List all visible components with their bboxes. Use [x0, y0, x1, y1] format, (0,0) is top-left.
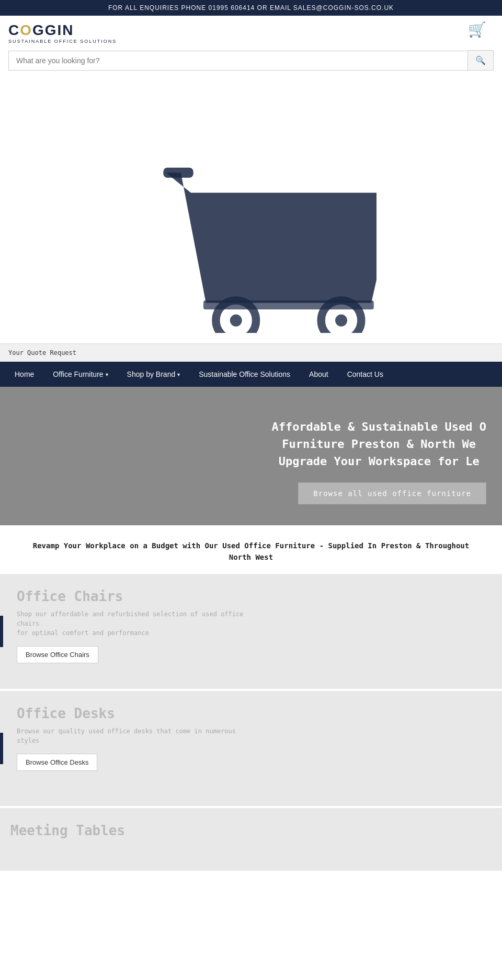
- svg-rect-0: [163, 168, 193, 178]
- desks-title: Office Desks: [10, 706, 492, 721]
- logo-c: C: [8, 22, 20, 38]
- browse-desks-button[interactable]: Browse Office Desks: [17, 754, 97, 771]
- nav-home-label: Home: [15, 370, 34, 378]
- nav-contact[interactable]: Contact Us: [338, 362, 393, 387]
- nav-sustainable-label: Sustainable Office Solutions: [199, 370, 290, 378]
- hero-section: Affordable & Sustainable Used O Furnitur…: [0, 387, 502, 525]
- cart-illustration: [126, 93, 376, 333]
- logo-ggin: GGIN: [32, 22, 74, 38]
- hero-line3: Upgrade Your Workspace for Le: [271, 453, 486, 470]
- logo-subtitle: SUSTAINABLE OFFICE SOLUTIONS: [8, 39, 117, 44]
- category-card-meeting: Meeting Tables: [0, 808, 502, 871]
- quote-bar[interactable]: Your Quote Request: [0, 343, 502, 362]
- browse-chairs-button[interactable]: Browse Office Chairs: [17, 646, 98, 663]
- nav-about-label: About: [309, 370, 328, 378]
- logo-o: O: [20, 22, 32, 38]
- hero-text: Affordable & Sustainable Used O Furnitur…: [271, 418, 486, 470]
- hero-line2: Furniture Preston & North We: [271, 435, 486, 453]
- desks-desc: Browse our quality used office desks tha…: [10, 727, 261, 745]
- top-bar: FOR ALL ENQUIRIES PHONE 01995 606414 OR …: [0, 0, 502, 16]
- nav-shop-by-brand-label: Shop by Brand: [127, 370, 176, 378]
- nav-sustainable[interactable]: Sustainable Office Solutions: [189, 362, 300, 387]
- quote-label: Your Quote Request: [8, 349, 76, 356]
- svg-point-3: [230, 315, 242, 327]
- logo-text: COGGIN: [8, 22, 74, 39]
- svg-point-5: [335, 315, 347, 327]
- chairs-title: Office Chairs: [10, 589, 492, 604]
- nav-office-furniture-label: Office Furniture: [53, 370, 103, 378]
- top-bar-text: FOR ALL ENQUIRIES PHONE 01995 606414 OR …: [108, 4, 394, 11]
- cart-image-area: [0, 77, 502, 343]
- intro-section: Revamp Your Workplace on a Budget with O…: [0, 525, 502, 574]
- chevron-down-icon-2: ▾: [177, 372, 180, 377]
- side-bar-chairs: [0, 616, 3, 647]
- intro-text: Revamp Your Workplace on a Budget with O…: [10, 540, 492, 563]
- nav-about[interactable]: About: [300, 362, 338, 387]
- search-icon: 🔍: [475, 56, 486, 65]
- main-nav: Home Office Furniture ▾ Shop by Brand ▾ …: [0, 362, 502, 387]
- nav-contact-label: Contact Us: [347, 370, 383, 378]
- hero-line1: Affordable & Sustainable Used O: [271, 418, 486, 435]
- chairs-desc: Shop our affordable and refurbished sele…: [10, 609, 261, 638]
- hero-cta-button[interactable]: Browse all used office furniture: [298, 482, 486, 504]
- category-card-chairs: Office Chairs Shop our affordable and re…: [0, 574, 502, 689]
- header: COGGIN SUSTAINABLE OFFICE SOLUTIONS 🛒: [0, 16, 502, 50]
- nav-home[interactable]: Home: [5, 362, 43, 387]
- logo[interactable]: COGGIN SUSTAINABLE OFFICE SOLUTIONS: [8, 22, 117, 44]
- nav-office-furniture[interactable]: Office Furniture ▾: [43, 362, 117, 387]
- search-input[interactable]: [8, 51, 468, 71]
- category-card-desks: Office Desks Browse our quality used off…: [0, 691, 502, 806]
- cart-header-icon[interactable]: 🛒: [468, 21, 486, 38]
- chevron-down-icon: ▾: [106, 372, 108, 377]
- side-bar-desks: [0, 733, 3, 764]
- search-button[interactable]: 🔍: [468, 50, 494, 71]
- search-bar: 🔍: [0, 50, 502, 77]
- nav-shop-by-brand[interactable]: Shop by Brand ▾: [118, 362, 190, 387]
- meeting-title: Meeting Tables: [10, 823, 492, 838]
